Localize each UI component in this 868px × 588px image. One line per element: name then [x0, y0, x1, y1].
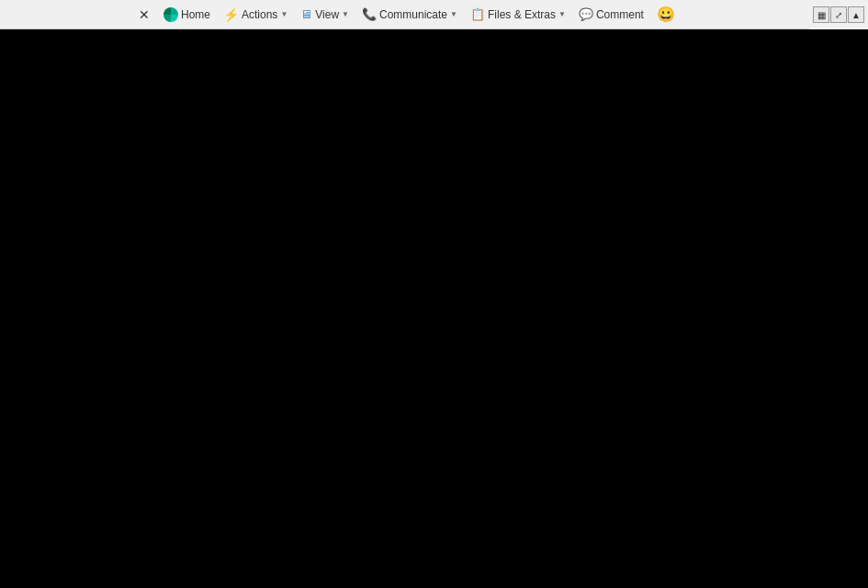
emoji-button[interactable]: 😀 [651, 3, 681, 27]
view-icon: 🖥 [300, 7, 312, 21]
home-icon [163, 7, 178, 22]
communicate-label: Communicate [379, 8, 447, 21]
main-toolbar: ✕ Home ⚡ Actions ▼ 🖥 View ▼ 📞 Communicat… [129, 0, 684, 29]
comment-label: Comment [596, 8, 644, 21]
files-extras-icon: 📋 [470, 7, 485, 21]
grid-view-button[interactable]: ▦ [813, 6, 829, 23]
view-button[interactable]: 🖥 View ▼ [295, 3, 355, 27]
collapse-button[interactable]: ▲ [848, 6, 864, 23]
resize-icon: ⤢ [835, 10, 842, 20]
home-button[interactable]: Home [158, 3, 216, 27]
view-dropdown-arrow: ▼ [342, 10, 349, 18]
emoji-smiley-icon: 😀 [657, 6, 675, 23]
communicate-dropdown-arrow: ▼ [450, 10, 457, 18]
communicate-button[interactable]: 📞 Communicate ▼ [356, 3, 463, 27]
files-extras-label: Files & Extras [488, 8, 556, 21]
home-label: Home [181, 8, 210, 21]
files-extras-button[interactable]: 📋 Files & Extras ▼ [465, 3, 571, 27]
actions-dropdown-arrow: ▼ [280, 10, 287, 18]
resize-button[interactable]: ⤢ [830, 6, 847, 23]
actions-label: Actions [242, 8, 277, 21]
corner-controls: ▦ ⤢ ▲ [809, 0, 868, 29]
close-button[interactable]: ✕ [132, 3, 156, 27]
view-label: View [315, 8, 339, 21]
comment-button[interactable]: 💬 Comment [573, 3, 649, 27]
up-icon: ▲ [851, 10, 861, 20]
main-content-area [0, 29, 868, 588]
actions-icon: ⚡ [223, 7, 239, 22]
close-icon: ✕ [139, 7, 150, 22]
files-extras-dropdown-arrow: ▼ [558, 10, 566, 18]
comment-icon: 💬 [579, 7, 593, 21]
actions-button[interactable]: ⚡ Actions ▼ [218, 3, 293, 27]
communicate-icon: 📞 [362, 7, 377, 21]
grid-icon: ▦ [817, 10, 826, 20]
